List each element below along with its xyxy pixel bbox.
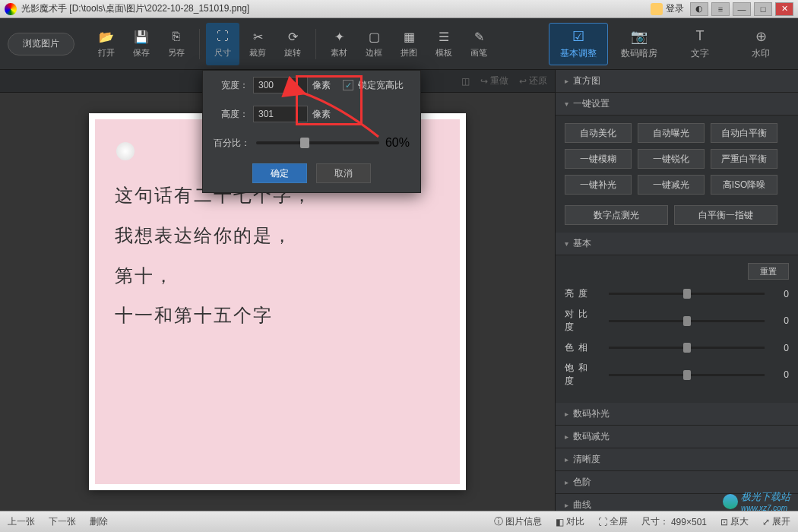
cancel-button[interactable]: 取消 bbox=[316, 163, 371, 183]
width-unit: 像素 bbox=[312, 79, 331, 92]
maximize-button[interactable]: □ bbox=[754, 2, 772, 16]
site-watermark: 极光下载站 www.xz7.com bbox=[723, 490, 790, 512]
compare-button[interactable]: ◧ 对比 bbox=[556, 515, 584, 528]
adjust-panel: 直方图 一键设置 自动美化自动曝光自动白平衡一键模糊一键锐化严重白平衡一键补光一… bbox=[555, 70, 798, 511]
oneclick-grid: 自动美化自动曝光自动白平衡一键模糊一键锐化严重白平衡一键补光一键减光高ISO降噪 bbox=[565, 123, 789, 195]
slider-thumb[interactable] bbox=[683, 343, 691, 353]
skin-button[interactable]: ◐ bbox=[690, 2, 708, 16]
oneclick-body: 自动美化自动曝光自动白平衡一键模糊一键锐化严重白平衡一键补光一键减光高ISO降噪… bbox=[556, 116, 798, 233]
slider-track[interactable] bbox=[609, 293, 765, 295]
tab-basic-adjust[interactable]: ☑基本调整 bbox=[549, 23, 608, 65]
popup-buttons: 确定 取消 bbox=[203, 163, 420, 183]
tab-watermark[interactable]: ⊕水印 bbox=[731, 23, 790, 65]
section-histogram[interactable]: 直方图 bbox=[556, 70, 798, 93]
app-icon bbox=[5, 3, 17, 15]
dims-info: 尺寸：499×501 bbox=[641, 515, 707, 528]
folder-icon: 📂 bbox=[99, 29, 114, 44]
height-label: 高度： bbox=[214, 108, 249, 121]
login-label: 登录 bbox=[666, 2, 684, 15]
login-button[interactable]: 登录 bbox=[651, 2, 684, 15]
size-button[interactable]: ⛶尺寸 bbox=[206, 23, 239, 65]
oneclick-高ISO降噪[interactable]: 高ISO降噪 bbox=[711, 175, 777, 195]
size-icon: ⛶ bbox=[215, 29, 230, 44]
tab-text[interactable]: T文字 bbox=[670, 23, 730, 65]
canvas-text: 这句话有二十七个字， 我想表达给你的是， 第十， 十一和第十五个字 bbox=[115, 176, 440, 336]
adjust-icon: ☑ bbox=[570, 28, 587, 45]
reset-button[interactable]: 重置 bbox=[748, 263, 789, 280]
oneclick-自动美化[interactable]: 自动美化 bbox=[565, 123, 632, 143]
border-icon: ▢ bbox=[366, 29, 382, 44]
rotate-button[interactable]: ⟳旋转 bbox=[276, 23, 309, 65]
settings-button[interactable]: ≡ bbox=[711, 2, 730, 16]
slider-色相: 色相0 bbox=[565, 341, 789, 354]
camera-icon: 📷 bbox=[631, 28, 648, 45]
expand-button[interactable]: ⤢ 展开 bbox=[762, 515, 790, 528]
slider-thumb[interactable] bbox=[300, 138, 309, 148]
crop-button[interactable]: ✂裁剪 bbox=[241, 23, 274, 65]
status-bar: 上一张 下一张 删除 ⓘ 图片信息 ◧ 对比 ⛶ 全屏 尺寸：499×501 ⊡… bbox=[0, 511, 798, 532]
puzzle-icon: ▦ bbox=[401, 29, 416, 44]
section-数码减光[interactable]: 数码减光 bbox=[556, 426, 798, 448]
oneclick-白平衡一指键[interactable]: 白平衡一指键 bbox=[674, 205, 777, 225]
slider-thumb[interactable] bbox=[683, 316, 691, 326]
prev-button[interactable]: 上一张 bbox=[8, 515, 35, 528]
height-unit: 像素 bbox=[312, 108, 331, 121]
slider-亮度: 亮度0 bbox=[565, 287, 789, 300]
size-popup: 宽度： 像素 ✓ 锁定宽高比 高度： 像素 百分比： 60% 确定 取消 bbox=[202, 70, 421, 193]
rotate-icon: ⟳ bbox=[285, 29, 300, 44]
section-basic[interactable]: 基本 bbox=[556, 233, 798, 255]
puzzle-button[interactable]: ▦拼图 bbox=[392, 23, 426, 65]
slider-track[interactable] bbox=[609, 347, 765, 349]
delete-button[interactable]: 删除 bbox=[90, 515, 108, 528]
lock-ratio-checkbox[interactable]: ✓ 锁定宽高比 bbox=[343, 79, 404, 92]
slider-value: 0 bbox=[772, 315, 789, 326]
text-icon: T bbox=[692, 28, 708, 45]
oneclick-一键补光[interactable]: 一键补光 bbox=[565, 175, 632, 195]
slider-thumb[interactable] bbox=[683, 289, 691, 299]
slider-对比度: 对比度0 bbox=[565, 308, 789, 334]
material-button[interactable]: ✦素材 bbox=[322, 23, 356, 65]
brush-icon: ✎ bbox=[471, 29, 486, 44]
undo-button[interactable]: ↩ 还原 bbox=[519, 74, 547, 87]
template-button[interactable]: ☰模板 bbox=[427, 23, 461, 65]
slider-value: 0 bbox=[772, 343, 789, 353]
next-button[interactable]: 下一张 bbox=[49, 515, 76, 528]
redo-button[interactable]: ↪ 重做 bbox=[480, 74, 508, 87]
percent-slider[interactable] bbox=[256, 141, 379, 144]
oneclick-一键模糊[interactable]: 一键模糊 bbox=[565, 149, 632, 169]
orig-size-button[interactable]: ⊡ 原大 bbox=[720, 515, 749, 528]
reset-row: 重置 bbox=[565, 263, 789, 280]
material-icon: ✦ bbox=[331, 29, 347, 44]
avatar-icon bbox=[651, 3, 663, 15]
browse-images-button[interactable]: 浏览图片 bbox=[8, 33, 74, 55]
tab-darkroom[interactable]: 📷数码暗房 bbox=[610, 23, 669, 65]
brush-button[interactable]: ✎画笔 bbox=[462, 23, 496, 65]
percent-label: 百分比： bbox=[214, 137, 250, 150]
save-button[interactable]: 💾保存 bbox=[125, 23, 158, 65]
oneclick-自动曝光[interactable]: 自动曝光 bbox=[638, 123, 705, 143]
open-button[interactable]: 📂打开 bbox=[90, 23, 123, 65]
edit-tools: ⛶尺寸 ✂裁剪 ⟳旋转 bbox=[206, 23, 309, 65]
oneclick-数字点测光[interactable]: 数字点测光 bbox=[565, 205, 668, 225]
slider-thumb[interactable] bbox=[683, 370, 691, 380]
ruler-button[interactable]: ◫ bbox=[461, 76, 470, 87]
height-input[interactable] bbox=[253, 106, 308, 122]
slider-track[interactable] bbox=[609, 374, 765, 376]
fullscreen-button[interactable]: ⛶ 全屏 bbox=[598, 515, 628, 528]
oneclick-自动白平衡[interactable]: 自动白平衡 bbox=[711, 123, 777, 143]
slider-track[interactable] bbox=[609, 320, 765, 322]
oneclick-一键锐化[interactable]: 一键锐化 bbox=[638, 149, 705, 169]
close-button[interactable]: ✕ bbox=[775, 2, 793, 16]
oneclick-一键减光[interactable]: 一键减光 bbox=[638, 175, 705, 195]
saveas-button[interactable]: ⎘另存 bbox=[160, 23, 193, 65]
section-数码补光[interactable]: 数码补光 bbox=[556, 403, 798, 426]
section-oneclick[interactable]: 一键设置 bbox=[556, 93, 798, 116]
minimize-button[interactable]: — bbox=[733, 2, 751, 16]
ok-button[interactable]: 确定 bbox=[252, 163, 307, 183]
slider-group: 亮度0对比度0色相0饱和度0 bbox=[565, 287, 789, 388]
section-清晰度[interactable]: 清晰度 bbox=[556, 448, 798, 471]
border-button[interactable]: ▢边框 bbox=[357, 23, 391, 65]
width-input[interactable] bbox=[253, 77, 308, 93]
info-button[interactable]: ⓘ 图片信息 bbox=[494, 515, 542, 528]
oneclick-严重白平衡[interactable]: 严重白平衡 bbox=[711, 149, 777, 169]
